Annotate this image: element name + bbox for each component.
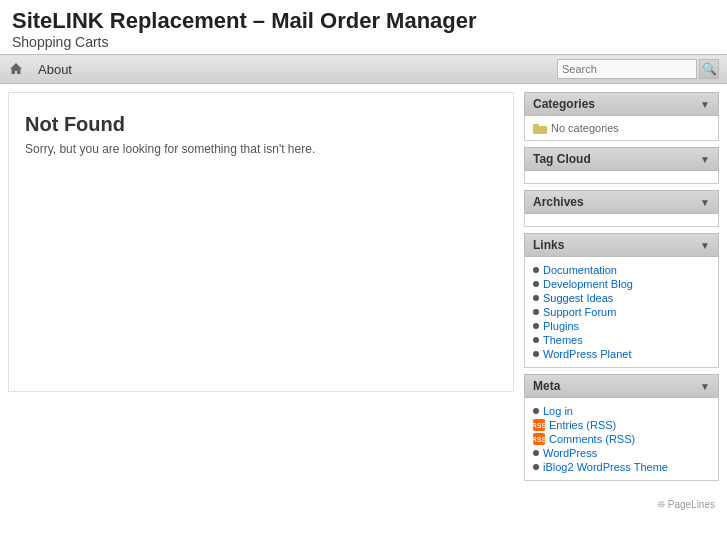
tagcloud-arrow: ▼: [700, 154, 710, 165]
sidebar-link[interactable]: Documentation: [543, 264, 617, 276]
bullet-icon: [533, 323, 539, 329]
sidebar-link[interactable]: Development Blog: [543, 278, 633, 290]
sidebar-link[interactable]: Plugins: [543, 320, 579, 332]
list-item: Plugins: [533, 319, 710, 333]
search-icon: 🔍: [702, 62, 717, 77]
list-item: Themes: [533, 333, 710, 347]
meta-link[interactable]: Log in: [543, 405, 573, 417]
pagelines-logo: ❊ PageLines: [657, 499, 715, 510]
nav-left: About: [8, 60, 78, 79]
search-input[interactable]: [557, 59, 697, 79]
nav-right: 🔍: [557, 59, 719, 79]
folder-icon: [533, 123, 547, 134]
categories-label: Categories: [533, 97, 595, 111]
bullet-icon: [533, 351, 539, 357]
sidebar-link[interactable]: Support Forum: [543, 306, 616, 318]
categories-arrow: ▼: [700, 99, 710, 110]
no-categories: No categories: [533, 122, 710, 134]
widget-categories: Categories ▼ No categories: [524, 92, 719, 141]
widget-archives-body: [524, 214, 719, 227]
site-title: SiteLINK Replacement – Mail Order Manage…: [12, 8, 715, 34]
search-button[interactable]: 🔍: [699, 59, 719, 79]
nav-about-link[interactable]: About: [32, 60, 78, 79]
bullet-icon: [533, 408, 539, 414]
archives-arrow: ▼: [700, 197, 710, 208]
list-item: Support Forum: [533, 305, 710, 319]
widget-meta-body: Log inRSSEntries (RSS)RSSComments (RSS)W…: [524, 398, 719, 481]
no-categories-label: No categories: [551, 122, 619, 134]
content-area: Not Found Sorry, but you are looking for…: [8, 92, 514, 392]
widget-tagcloud-header[interactable]: Tag Cloud ▼: [524, 147, 719, 171]
meta-link[interactable]: Comments (RSS): [549, 433, 635, 445]
list-item: RSSComments (RSS): [533, 432, 710, 446]
not-found-title: Not Found: [25, 113, 497, 136]
widget-archives: Archives ▼: [524, 190, 719, 227]
list-item: Log in: [533, 404, 710, 418]
main-layout: Not Found Sorry, but you are looking for…: [0, 84, 727, 495]
meta-label: Meta: [533, 379, 560, 393]
bullet-icon: [533, 281, 539, 287]
not-found-text: Sorry, but you are looking for something…: [25, 142, 497, 156]
meta-link[interactable]: iBlog2 WordPress Theme: [543, 461, 668, 473]
footer: ❊ PageLines: [0, 495, 727, 514]
bullet-icon: [533, 309, 539, 315]
home-icon: [8, 61, 24, 77]
meta-list: Log inRSSEntries (RSS)RSSComments (RSS)W…: [533, 404, 710, 474]
widget-tagcloud-body: [524, 171, 719, 184]
meta-link[interactable]: WordPress: [543, 447, 597, 459]
widget-links: Links ▼ DocumentationDevelopment BlogSug…: [524, 233, 719, 368]
list-item: WordPress Planet: [533, 347, 710, 361]
list-item: Development Blog: [533, 277, 710, 291]
bullet-icon: [533, 267, 539, 273]
site-header: SiteLINK Replacement – Mail Order Manage…: [0, 0, 727, 54]
meta-arrow: ▼: [700, 381, 710, 392]
home-icon-wrap[interactable]: [8, 61, 24, 77]
sidebar: Categories ▼ No categories Tag Cloud ▼: [524, 92, 719, 487]
tagcloud-label: Tag Cloud: [533, 152, 591, 166]
widget-tagcloud: Tag Cloud ▼: [524, 147, 719, 184]
widget-meta-header[interactable]: Meta ▼: [524, 374, 719, 398]
widget-categories-header[interactable]: Categories ▼: [524, 92, 719, 116]
widget-meta: Meta ▼ Log inRSSEntries (RSS)RSSComments…: [524, 374, 719, 481]
list-item: RSSEntries (RSS): [533, 418, 710, 432]
svg-rect-1: [533, 124, 539, 127]
list-item: Documentation: [533, 263, 710, 277]
sidebar-link[interactable]: WordPress Planet: [543, 348, 631, 360]
bullet-icon: [533, 450, 539, 456]
links-label: Links: [533, 238, 564, 252]
sidebar-link[interactable]: Themes: [543, 334, 583, 346]
list-item: iBlog2 WordPress Theme: [533, 460, 710, 474]
svg-rect-0: [533, 126, 547, 134]
links-arrow: ▼: [700, 240, 710, 251]
bullet-icon: [533, 464, 539, 470]
site-subtitle: Shopping Carts: [12, 34, 715, 50]
widget-categories-body: No categories: [524, 116, 719, 141]
archives-label: Archives: [533, 195, 584, 209]
bullet-icon: [533, 295, 539, 301]
meta-link[interactable]: Entries (RSS): [549, 419, 616, 431]
widget-links-header[interactable]: Links ▼: [524, 233, 719, 257]
list-item: Suggest Ideas: [533, 291, 710, 305]
bullet-icon: [533, 337, 539, 343]
navbar: About 🔍: [0, 54, 727, 84]
widget-links-body: DocumentationDevelopment BlogSuggest Ide…: [524, 257, 719, 368]
list-item: WordPress: [533, 446, 710, 460]
widget-archives-header[interactable]: Archives ▼: [524, 190, 719, 214]
rss-icon: RSS: [533, 433, 545, 445]
links-list: DocumentationDevelopment BlogSuggest Ide…: [533, 263, 710, 361]
sidebar-link[interactable]: Suggest Ideas: [543, 292, 613, 304]
rss-icon: RSS: [533, 419, 545, 431]
